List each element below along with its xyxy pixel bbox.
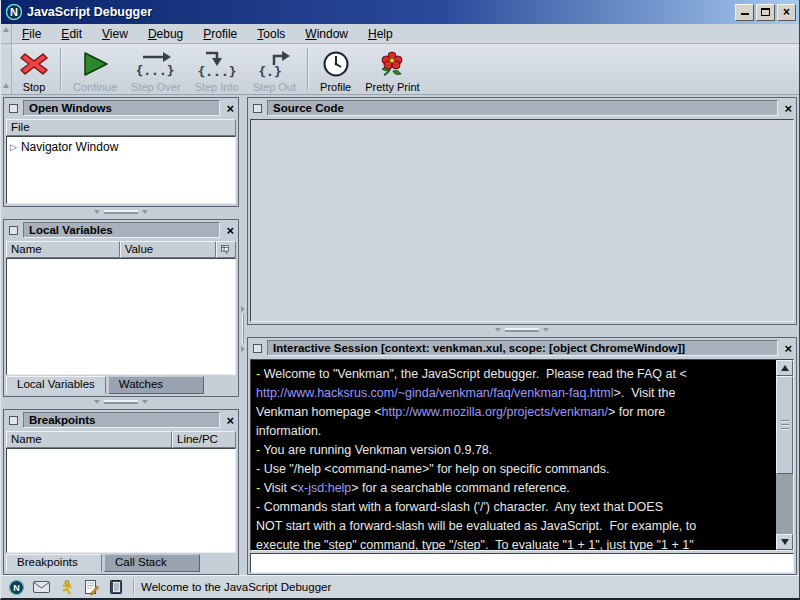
- right-column: Source Code × Interactive Session [conte…: [247, 95, 799, 575]
- breakpoints-tabs: Breakpoints Call Stack: [6, 554, 236, 572]
- navigator-icon[interactable]: N: [7, 579, 25, 595]
- panel-title[interactable]: Local Variables: [23, 222, 220, 238]
- arrow-down-icon: [781, 539, 789, 545]
- column-header-value[interactable]: Value: [120, 241, 216, 258]
- scroll-down-button[interactable]: [776, 534, 793, 550]
- menu-bar: FileEditViewDebugProfileToolsWindowHelp: [1, 24, 799, 44]
- float-panel-icon[interactable]: [253, 344, 262, 353]
- step-into-button[interactable]: {...} Step Into: [188, 44, 246, 94]
- console-segment: You are running Venkman version 0.9.78.: [263, 443, 492, 457]
- panel-title[interactable]: Open Windows: [23, 100, 220, 116]
- address-book-icon[interactable]: [107, 579, 125, 595]
- column-picker-icon[interactable]: [216, 241, 236, 258]
- tab-local-variables[interactable]: Local Variables: [6, 376, 106, 394]
- menu-window[interactable]: Window: [295, 25, 358, 43]
- breakpoints-title: Breakpoints: [29, 414, 95, 426]
- source-code-view[interactable]: [250, 119, 794, 322]
- breakpoints-tree[interactable]: [6, 448, 236, 553]
- component-bar: N: [5, 579, 131, 595]
- local-variables-header: Local Variables ×: [4, 220, 238, 240]
- panel-title[interactable]: Breakpoints: [23, 412, 220, 428]
- svg-text:N: N: [13, 583, 20, 593]
- step-over-button[interactable]: {...} Step Over: [124, 44, 188, 94]
- toolbar-grippy[interactable]: [1, 44, 12, 94]
- menu-edit[interactable]: Edit: [51, 25, 92, 43]
- pretty-print-button[interactable]: Pretty Print: [358, 44, 426, 94]
- column-header-name[interactable]: Name: [6, 241, 120, 258]
- step-into-icon: {...}: [198, 48, 236, 80]
- float-panel-icon[interactable]: [253, 104, 262, 113]
- column-header-name[interactable]: Name: [6, 431, 172, 448]
- horizontal-splitter[interactable]: [3, 397, 239, 409]
- menu-tools[interactable]: Tools: [247, 25, 295, 43]
- open-windows-tree: ▷ Navigator Window: [6, 136, 236, 204]
- close-panel-icon[interactable]: ×: [226, 102, 234, 115]
- twisty-collapsed-icon[interactable]: ▷: [10, 142, 17, 152]
- local-variables-tree[interactable]: [6, 258, 236, 375]
- close-panel-icon[interactable]: ×: [784, 102, 792, 115]
- splitter-grippy-icon: [240, 297, 246, 361]
- close-panel-icon[interactable]: ×: [226, 414, 234, 427]
- open-windows-body: File ▷ Navigator Window: [6, 119, 236, 204]
- tab-watches[interactable]: Watches: [108, 376, 204, 394]
- breakpoints-panel: Breakpoints × Name Line/PC Breakpoints C…: [3, 409, 239, 575]
- menu-debug[interactable]: Debug: [138, 25, 193, 43]
- console-link[interactable]: x-jsd:help: [298, 481, 352, 495]
- open-windows-panel: Open Windows × File ▷ Navigator Window: [3, 97, 239, 207]
- column-header-line-pc[interactable]: Line/PC: [172, 431, 236, 448]
- stop-button[interactable]: Stop: [12, 44, 56, 94]
- console-link[interactable]: http://www.hacksrus.com/~ginda/venkman/f…: [256, 386, 613, 400]
- menubar-grippy[interactable]: [1, 24, 12, 43]
- splitter-grippy-icon: [94, 400, 148, 404]
- tab-breakpoints[interactable]: Breakpoints: [6, 554, 102, 572]
- maximize-button[interactable]: [756, 4, 775, 21]
- console-scrollbar[interactable]: [776, 360, 793, 550]
- scrollbar-track[interactable]: [776, 474, 793, 534]
- float-panel-icon[interactable]: [9, 104, 18, 113]
- local-variables-panel: Local Variables × Name Value: [3, 219, 239, 397]
- horizontal-splitter[interactable]: [247, 325, 797, 337]
- panel-title[interactable]: Interactive Session [context: venkman.xu…: [267, 340, 778, 356]
- continue-button[interactable]: Continue: [66, 44, 124, 94]
- step-out-button[interactable]: {.} Step Out: [246, 44, 303, 94]
- float-panel-icon[interactable]: [9, 416, 18, 425]
- menu-profile[interactable]: Profile: [193, 25, 247, 43]
- profile-button[interactable]: Profile: [313, 44, 358, 94]
- composer-icon[interactable]: [82, 579, 100, 595]
- menu-view[interactable]: View: [92, 25, 138, 43]
- tab-call-stack[interactable]: Call Stack: [104, 554, 200, 572]
- menu-help[interactable]: Help: [358, 25, 403, 43]
- menu-items: FileEditViewDebugProfileToolsWindowHelp: [12, 25, 403, 43]
- column-header-file[interactable]: File: [6, 119, 236, 136]
- console-segment: Welcome to "Venkman", the JavaScript deb…: [264, 367, 687, 381]
- console-output[interactable]: - Welcome to "Venkman", the JavaScript d…: [250, 359, 794, 551]
- close-button[interactable]: ×: [777, 4, 796, 21]
- close-icon: ×: [783, 6, 790, 18]
- float-panel-icon[interactable]: [9, 226, 18, 235]
- scroll-up-button[interactable]: [776, 360, 793, 376]
- scrollbar-thumb[interactable]: [776, 376, 793, 474]
- interactive-session-panel: Interactive Session [context: venkman.xu…: [247, 337, 797, 575]
- svg-text:{.}: {.}: [259, 64, 282, 79]
- tree-row-navigator-window[interactable]: ▷ Navigator Window: [8, 139, 234, 155]
- main-area: Open Windows × File ▷ Navigator Window: [1, 95, 799, 575]
- console-link[interactable]: http://www.mozilla.org/projects/venkman/: [381, 405, 607, 419]
- mail-icon[interactable]: [32, 579, 50, 595]
- console-segment: Use "/help <command-name>" for help on s…: [264, 462, 610, 476]
- toolbar-separator: [307, 48, 309, 90]
- console-segment: > for a searchable command reference.: [351, 481, 570, 495]
- interactive-session-header: Interactive Session [context: venkman.xu…: [248, 338, 796, 358]
- close-panel-icon[interactable]: ×: [784, 342, 792, 355]
- vertical-splitter[interactable]: [239, 95, 247, 575]
- console-segment: NOT start with a forward-slash will be e…: [256, 519, 696, 533]
- source-code-title: Source Code: [273, 102, 344, 114]
- continue-label: Continue: [73, 81, 117, 93]
- close-panel-icon[interactable]: ×: [226, 224, 234, 237]
- horizontal-splitter[interactable]: [3, 207, 239, 219]
- minimize-button[interactable]: [735, 4, 754, 21]
- panel-title[interactable]: Source Code: [267, 100, 778, 116]
- console-line: Venkman homepage <http://www.mozilla.org…: [256, 403, 774, 422]
- menu-file[interactable]: File: [12, 25, 51, 43]
- console-input[interactable]: [250, 553, 794, 573]
- instant-messenger-icon[interactable]: [57, 579, 75, 595]
